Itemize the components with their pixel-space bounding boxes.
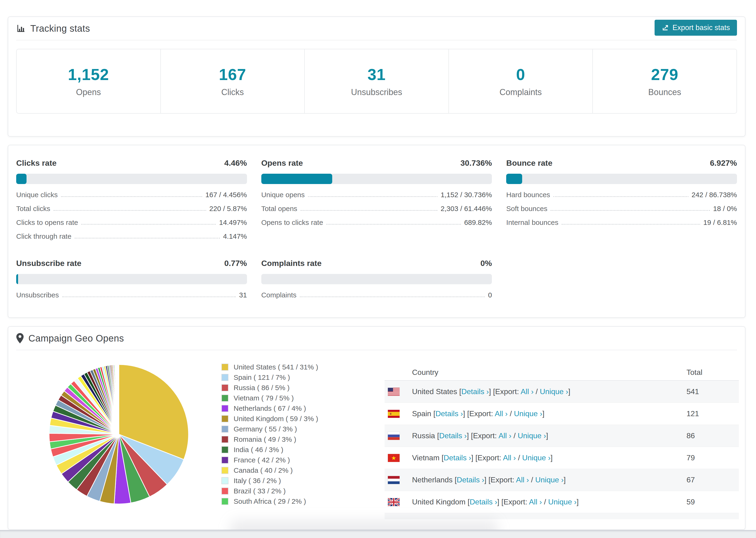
details-link[interactable]: Details ›	[457, 476, 484, 484]
table-row-es: Spain [Details ›] [Export: All › / Uniqu…	[385, 403, 739, 425]
table-row-vn: Vietnam [Details ›] [Export: All › / Uni…	[385, 447, 739, 469]
rate-row-value: 0	[488, 291, 492, 299]
export-unique-link[interactable]: Unique ›	[535, 476, 564, 484]
rate-percent: 6.927%	[710, 158, 737, 168]
table-row-de: Germany [Details ›] [Export: All › / Uni…	[385, 513, 739, 519]
rate-rows: Complaints0	[261, 291, 492, 299]
legend-swatch	[221, 384, 229, 391]
bracket: [	[437, 431, 439, 440]
stat-value: 167	[219, 65, 246, 83]
legend-label: India ( 46 / 3% )	[234, 446, 283, 454]
rate-row-value: 19 / 6.81%	[703, 219, 737, 226]
es-flag-icon	[388, 410, 400, 418]
rate-rows: Unsubscribes31	[16, 291, 247, 299]
export-all-link[interactable]: All ›	[495, 409, 508, 418]
export-all-link[interactable]: All ›	[516, 476, 529, 484]
rate-row: Click through rate4.147%	[16, 233, 247, 240]
rate-row: Internal bounces19 / 6.81%	[506, 219, 737, 226]
details-link[interactable]: Details ›	[436, 409, 463, 418]
rate-row-label: Hard bounces	[506, 191, 550, 198]
rate-title: Unsubscribe rate	[16, 259, 81, 268]
progress-bar-track	[261, 274, 492, 284]
rate-title: Opens rate	[261, 158, 303, 168]
bracket: ] [Export:	[471, 454, 503, 462]
legend-label: Brazil ( 33 / 2% )	[234, 487, 286, 495]
bracket: ]	[542, 409, 544, 418]
rate-title: Bounce rate	[506, 158, 553, 168]
rate-row: Unique clicks167 / 4.456%	[16, 191, 247, 198]
table-row-us: United States [Details ›] [Export: All ›…	[385, 381, 739, 403]
export-basic-stats-button[interactable]: Export basic stats	[655, 20, 737, 36]
slash: /	[542, 498, 548, 506]
dotted-leader	[54, 210, 206, 211]
bracket: ] [Export:	[489, 387, 520, 396]
details-link[interactable]: Details ›	[469, 498, 497, 506]
rate-row-value: 18 / 0%	[713, 205, 737, 212]
dotted-leader	[553, 196, 688, 197]
export-all-link[interactable]: All ›	[529, 498, 542, 506]
legend-swatch	[221, 364, 229, 371]
legend-label: Spain ( 121 / 7% )	[234, 373, 290, 381]
total-cell: 121	[686, 409, 739, 418]
export-unique-link[interactable]: Unique ›	[518, 431, 546, 440]
rate-row: Total clicks220 / 5.87%	[16, 205, 247, 212]
rate-title-row: Opens rate30.736%	[261, 158, 492, 168]
rate-rows: Unique opens1,152 / 30.736%Total opens2,…	[261, 191, 492, 226]
stat-cell-bounces: 279Bounces	[592, 49, 736, 113]
export-unique-link[interactable]: Unique ›	[514, 409, 542, 418]
legend-swatch	[221, 415, 229, 422]
rate-row: Soft bounces18 / 0%	[506, 205, 737, 212]
details-link[interactable]: Details ›	[444, 454, 471, 462]
details-link[interactable]: Details ›	[461, 387, 489, 396]
pie-slice-53	[119, 364, 119, 434]
export-all-link[interactable]: All ›	[503, 454, 516, 462]
rate-block-bounce-rate: Bounce rate6.927%Hard bounces242 / 86.73…	[506, 158, 737, 233]
legend-label: Netherlands ( 67 / 4% )	[234, 404, 306, 412]
slash: /	[534, 387, 540, 396]
campaign-geo-opens-title: Campaign Geo Opens	[28, 333, 124, 344]
details-link[interactable]: Details ›	[439, 431, 467, 440]
legend-item-vietnam: Vietnam ( 79 / 5% )	[221, 393, 318, 403]
geo-opens-pie-chart	[48, 363, 190, 505]
bracket: [	[442, 454, 444, 462]
country-name: United Kingdom	[412, 498, 468, 506]
legend-item-india: India ( 46 / 3% )	[221, 445, 318, 455]
total-cell: 59	[686, 498, 739, 506]
export-unique-link[interactable]: Unique ›	[540, 387, 568, 396]
bracket: ]	[564, 476, 566, 484]
legend-label: Russia ( 86 / 5% )	[234, 384, 290, 392]
geo-opens-table: Country Total United States [Details ›] …	[385, 364, 739, 519]
gb-flag-icon	[388, 498, 400, 506]
stat-value: 0	[516, 65, 525, 83]
legend-label: United States ( 541 / 31% )	[234, 363, 318, 371]
progress-bar-fill	[16, 174, 27, 184]
rate-row-label: Soft bounces	[506, 205, 547, 212]
slash: /	[512, 431, 518, 440]
rate-title: Complaints rate	[261, 259, 322, 268]
export-icon	[662, 24, 669, 31]
ru-flag-icon	[388, 432, 400, 440]
rate-title-row: Unsubscribe rate0.77%	[16, 259, 247, 268]
export-all-link[interactable]: All ›	[520, 387, 533, 396]
legend-swatch	[221, 488, 229, 495]
rate-block-clicks-rate: Clicks rate4.46%Unique clicks167 / 4.456…	[16, 158, 247, 246]
bracket: [	[433, 409, 436, 418]
rate-row-value: 167 / 4.456%	[205, 191, 247, 198]
legend-item-russia: Russia ( 86 / 5% )	[221, 383, 318, 393]
progress-bar-track	[16, 274, 247, 284]
rate-percent: 30.736%	[460, 158, 492, 168]
country-name: Netherlands	[412, 476, 455, 484]
rate-row-label: Total clicks	[16, 205, 50, 212]
stat-value: 31	[367, 65, 386, 83]
legend-label: Canada ( 40 / 2% )	[234, 466, 293, 474]
rates-grid: Clicks rate4.46%Unique clicks167 / 4.456…	[8, 145, 745, 305]
export-unique-link[interactable]: Unique ›	[548, 498, 577, 506]
table-row-ru: Russia [Details ›] [Export: All › / Uniq…	[385, 425, 739, 447]
export-unique-link[interactable]: Unique ›	[522, 454, 551, 462]
legend-swatch	[221, 457, 229, 463]
country-name: Vietnam	[412, 454, 442, 462]
rates-card: Clicks rate4.46%Unique clicks167 / 4.456…	[8, 145, 745, 318]
stat-label: Unsubscribes	[351, 87, 402, 97]
export-all-link[interactable]: All ›	[499, 431, 512, 440]
geo-opens-legend: United States ( 541 / 31% )Spain ( 121 /…	[221, 362, 318, 507]
